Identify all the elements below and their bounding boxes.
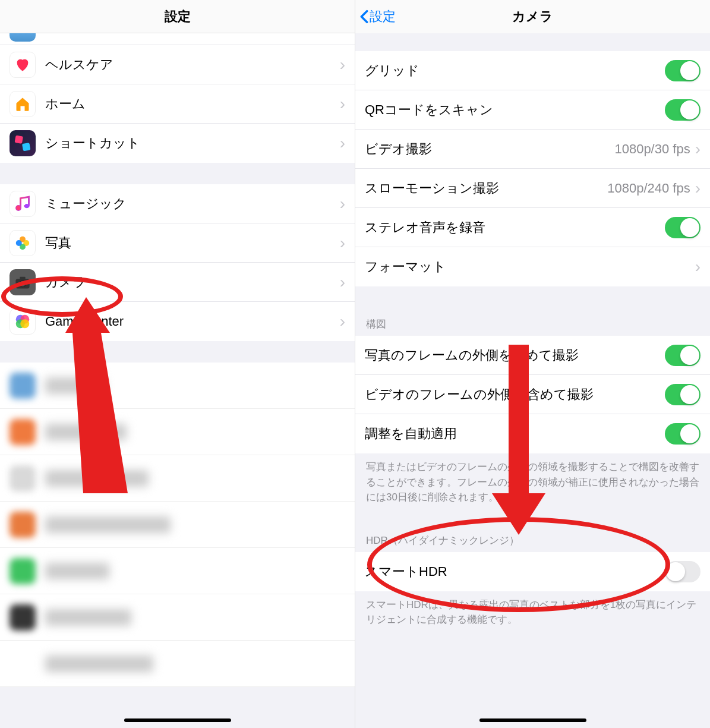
- toggle-knob: [680, 218, 699, 237]
- toggle-switch[interactable]: [665, 60, 700, 81]
- row-label: ヘルスケア: [45, 56, 340, 74]
- svg-point-2: [17, 206, 21, 210]
- blurred-app-row[interactable]: [0, 409, 355, 455]
- toggle-switch[interactable]: [665, 345, 700, 366]
- blurred-app-icon: [10, 604, 36, 631]
- svg-point-7: [16, 240, 22, 246]
- blurred-app-row[interactable]: [0, 455, 355, 502]
- blurred-app-label: [45, 609, 131, 626]
- chevron-right-icon: ›: [340, 55, 345, 74]
- chevron-right-icon: ›: [340, 312, 345, 331]
- row-label: 調整を自動適用: [365, 425, 665, 443]
- chevron-right-icon: ›: [695, 179, 700, 198]
- row-label: スローモーション撮影: [365, 179, 607, 197]
- section-footer-hdr: スマートHDRは、異なる露出の写真のベストな部分を1枚の写真にインテリジェントに…: [355, 591, 710, 639]
- back-button-label: 設定: [370, 8, 396, 26]
- blurred-app-row[interactable]: [0, 641, 355, 687]
- toggle-knob: [680, 61, 699, 80]
- toggle-switch[interactable]: [665, 217, 700, 238]
- chevron-right-icon: ›: [340, 194, 345, 213]
- blurred-app-icon: [10, 512, 36, 538]
- settings-group1-row-1[interactable]: ホーム›: [0, 84, 355, 124]
- row-label: グリッド: [365, 62, 665, 80]
- photos-icon: [10, 230, 36, 256]
- composition-row-1[interactable]: ビデオのフレームの外側を含めて撮影: [355, 375, 710, 414]
- camera-row-2[interactable]: ビデオ撮影1080p/30 fps›: [355, 130, 710, 169]
- blurred-app-icon: [10, 558, 36, 584]
- partial-app-icon: [10, 33, 36, 42]
- blurred-app-icon: [10, 373, 36, 399]
- camera-row-1[interactable]: QRコードをスキャン: [355, 90, 710, 130]
- svg-rect-1: [22, 143, 30, 151]
- chevron-right-icon: ›: [340, 234, 345, 253]
- settings-group1-row-2[interactable]: ショートカット›: [0, 124, 355, 163]
- row-value: 1080p/30 fps: [614, 141, 690, 157]
- camera-row-3[interactable]: スローモーション撮影1080p/240 fps›: [355, 169, 710, 208]
- section-footer-composition: 写真またはビデオのフレームの外側の領域を撮影することで構図を改善することができま…: [355, 453, 710, 517]
- settings-group2-row-0[interactable]: ミュージック›: [0, 184, 355, 223]
- row-label: ステレオ音声を録音: [365, 219, 665, 237]
- camera-row-0[interactable]: グリッド: [355, 51, 710, 90]
- row-label: ショートカット: [45, 134, 340, 152]
- back-button[interactable]: 設定: [360, 8, 396, 26]
- blurred-app-icon: [10, 651, 36, 677]
- header-title-right: カメラ: [512, 8, 553, 26]
- chevron-right-icon: ›: [695, 257, 700, 276]
- row-label: カメラ: [45, 273, 340, 291]
- header-title-left: 設定: [165, 8, 191, 26]
- svg-point-3: [25, 204, 29, 208]
- row-label: ビデオ撮影: [365, 140, 614, 158]
- settings-group2-row-3[interactable]: Game Center›: [0, 302, 355, 341]
- row-label: 写真: [45, 234, 340, 252]
- toggle-switch[interactable]: [665, 99, 700, 121]
- composition-row-0[interactable]: 写真のフレームの外側を含めて撮影: [355, 336, 710, 375]
- toggle-knob: [680, 100, 699, 119]
- partial-row-top[interactable]: [0, 33, 355, 45]
- row-label: ホーム: [45, 95, 340, 113]
- shortcuts-icon: [10, 130, 36, 156]
- row-label: QRコードをスキャン: [365, 101, 665, 119]
- home-indicator-right[interactable]: [479, 718, 586, 722]
- blurred-app-row[interactable]: [0, 594, 355, 641]
- blurred-app-row[interactable]: [0, 502, 355, 548]
- toggle-switch[interactable]: [665, 423, 700, 445]
- composition-row-2[interactable]: 調整を自動適用: [355, 414, 710, 453]
- svg-point-10: [20, 281, 26, 287]
- blurred-app-label: [45, 563, 109, 579]
- gamecenter-icon: [10, 308, 36, 335]
- blurred-app-icon: [10, 419, 36, 445]
- settings-group1-row-0[interactable]: ヘルスケア›: [0, 45, 355, 84]
- chevron-right-icon: ›: [340, 273, 345, 292]
- toggle-knob: [680, 346, 699, 365]
- chevron-right-icon: ›: [340, 134, 345, 153]
- chevron-right-icon: ›: [695, 140, 700, 159]
- home-icon: [10, 91, 36, 117]
- hdr-row-0[interactable]: スマートHDR: [355, 552, 710, 591]
- blurred-app-label: [45, 470, 149, 487]
- blurred-app-label: [45, 516, 171, 533]
- row-value: 1080p/240 fps: [607, 181, 690, 196]
- svg-rect-9: [20, 276, 25, 279]
- row-label: スマートHDR: [365, 563, 665, 581]
- header-left: 設定: [0, 0, 355, 33]
- heart-icon: [10, 52, 36, 78]
- toggle-switch[interactable]: [665, 561, 700, 582]
- settings-group2-row-2[interactable]: カメラ›: [0, 263, 355, 302]
- row-label: 写真のフレームの外側を含めて撮影: [365, 346, 665, 364]
- section-header-hdr: HDR（ハイダイナミックレンジ）: [355, 529, 710, 552]
- camera-row-5[interactable]: フォーマット›: [355, 247, 710, 286]
- blurred-app-row[interactable]: [0, 363, 355, 409]
- blurred-app-row[interactable]: [0, 548, 355, 594]
- camera-row-4[interactable]: ステレオ音声を録音: [355, 208, 710, 247]
- svg-point-14: [20, 319, 29, 328]
- row-label: フォーマット: [365, 258, 695, 276]
- row-label: ビデオのフレームの外側を含めて撮影: [365, 386, 665, 404]
- blurred-app-label: [45, 424, 127, 440]
- toggle-knob: [680, 385, 699, 404]
- toggle-switch[interactable]: [665, 384, 700, 405]
- toggle-knob: [666, 562, 685, 581]
- row-label: Game Center: [45, 314, 340, 329]
- settings-group2-row-1[interactable]: 写真›: [0, 223, 355, 263]
- home-indicator-left[interactable]: [124, 718, 231, 722]
- svg-rect-0: [15, 135, 23, 144]
